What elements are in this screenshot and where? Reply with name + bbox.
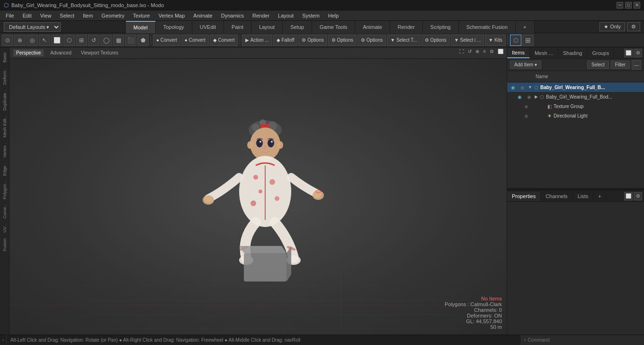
viewport-tab-advanced[interactable]: Advanced [47, 49, 74, 56]
tab-paint[interactable]: Paint [224, 21, 251, 33]
options-button-2[interactable]: ⚙ Options [328, 35, 357, 46]
menu-file[interactable]: File [2, 12, 18, 19]
tab-layout[interactable]: Layout [251, 21, 283, 33]
tab-schematic-fusion[interactable]: Schematic Fusion [459, 21, 516, 33]
item-expand-child1[interactable]: ▶ [535, 94, 538, 99]
viewport-fit-icon[interactable]: ⛶ [458, 48, 465, 54]
menu-geometry[interactable]: Geometry [98, 12, 128, 19]
prop-tab-channels[interactable]: Channels [541, 191, 572, 201]
select-i-button[interactable]: ▼ Select i ... [451, 35, 484, 46]
item-expand-root[interactable]: ▼ [528, 85, 532, 90]
falloff-button[interactable]: ◆ Falloff [273, 35, 298, 46]
menu-render[interactable]: Render [249, 12, 273, 19]
action-button[interactable]: ▶ Action ... [242, 35, 272, 46]
sidebar-curve[interactable]: Curve . [1, 202, 8, 221]
viewport-refresh-icon[interactable]: ↺ [466, 48, 473, 54]
prop-tab-properties[interactable]: Properties [507, 191, 541, 201]
panel-tab-items[interactable]: Items [507, 48, 530, 58]
minimize-button[interactable]: ─ [617, 2, 623, 9]
sidebar-mesh-edit[interactable]: Mesh Edit . [1, 113, 8, 140]
sidebar-duplicate[interactable]: Duplicate . [1, 88, 8, 114]
toolbar-icon-11[interactable]: ⬛ [125, 35, 136, 46]
prop-expand-btn[interactable]: ⬜ [624, 192, 633, 200]
window-controls[interactable]: ─ □ ✕ [617, 2, 640, 9]
menu-animate[interactable]: Animate [189, 12, 216, 19]
toolbar-icon-7[interactable]: ⊞ [76, 35, 87, 46]
toolbar-icon-9[interactable]: ◯ [100, 35, 112, 46]
panel-tab-shading[interactable]: Shading [558, 48, 587, 58]
maximize-button[interactable]: □ [625, 2, 632, 9]
item-eye-root[interactable]: ◉ [509, 83, 517, 91]
toolbar-icon-1[interactable]: ⊙ [2, 35, 13, 46]
tab-add[interactable]: + [516, 21, 534, 33]
menu-layout[interactable]: Layout [274, 12, 297, 19]
toolbar-icon-4[interactable]: ↖ [39, 35, 50, 46]
tab-setup[interactable]: Setup [283, 21, 312, 33]
tab-game-tools[interactable]: Game Tools [312, 21, 356, 33]
tab-render[interactable]: Render [390, 21, 423, 33]
sidebar-fusion[interactable]: Fusion [1, 236, 8, 254]
menu-item[interactable]: Item [79, 12, 97, 19]
item-row-root[interactable]: ◉ ◉ ▼ ⬡ Baby_Girl_Wearing_Full_B... [507, 82, 644, 92]
toolbar-grid-icon[interactable]: ⊞ [522, 35, 534, 46]
item-eye-child1[interactable]: ◉ [516, 93, 523, 100]
kits-button[interactable]: ▼ Kits [485, 35, 505, 46]
toolbar-icon-12[interactable]: ⬟ [137, 35, 149, 46]
toolbar-icon-6[interactable]: ⬡ [63, 35, 75, 46]
viewport-settings-icon[interactable]: ⚙ [488, 48, 495, 54]
sidebar-uv[interactable]: UV . [1, 221, 8, 236]
cmd-expand-left[interactable]: › [0, 335, 7, 345]
tab-topology[interactable]: Topology [156, 21, 192, 33]
toolbar-hexagon-icon[interactable]: ⬡ [510, 35, 521, 46]
settings-button[interactable]: ⚙ [627, 22, 640, 31]
panel-expand-btn[interactable]: ⬜ [624, 49, 633, 57]
tab-model[interactable]: Model [126, 21, 156, 33]
viewport[interactable]: No Items Polygons : Catmull-Clark Channe… [9, 59, 507, 335]
select-t-button[interactable]: ▼ Select T... [387, 35, 420, 46]
sidebar-vertex[interactable]: Vertex . [1, 140, 8, 161]
item-row-child3[interactable]: ◉ ▶ ☀ Directional Light [507, 111, 644, 120]
items-more-btn[interactable]: — [632, 60, 641, 70]
tab-scripting[interactable]: Scripting [423, 21, 459, 33]
menu-edit[interactable]: Edit [19, 12, 36, 19]
panel-settings-btn[interactable]: ⚙ [634, 49, 642, 57]
item-lock-root[interactable]: ◉ [519, 83, 526, 91]
sidebar-polygon[interactable]: Polygon . [1, 179, 8, 202]
menu-system[interactable]: System [298, 12, 323, 19]
convert-button-3[interactable]: ◆ Convert [210, 35, 238, 46]
panel-tab-groups[interactable]: Groups [587, 48, 614, 58]
add-item-button[interactable]: Add Item ▾ [510, 61, 541, 69]
select-button[interactable]: Select [587, 61, 609, 69]
toolbar-icon-10[interactable]: ▦ [113, 35, 124, 46]
viewport-tab-perspective[interactable]: Perspective [13, 49, 44, 56]
menu-select[interactable]: Select [56, 12, 78, 19]
convert-button-1[interactable]: ● Convert [153, 35, 180, 46]
menu-dynamics[interactable]: Dynamics [217, 12, 248, 19]
options-button-3[interactable]: ⚙ Options [358, 35, 386, 46]
toolbar-icon-8[interactable]: ↺ [88, 35, 99, 46]
item-row-child1[interactable]: ◉ ◉ ▶ ⬡ Baby_Girl_Wearing_Full_Bod... [507, 92, 644, 101]
viewport-more-icon[interactable]: ≡ [482, 48, 487, 54]
menu-texture[interactable]: Texture [129, 12, 154, 19]
filter-button[interactable]: Filter [611, 61, 630, 69]
toolbar-icon-2[interactable]: ⊕ [14, 35, 26, 46]
prop-settings-btn[interactable]: ⚙ [634, 192, 642, 200]
sidebar-basic[interactable]: Basic [1, 49, 8, 65]
layout-dropdown[interactable]: Default Layouts ▾ [4, 22, 61, 32]
tab-animate[interactable]: Animate [355, 21, 390, 33]
item-eye-child3[interactable]: ◉ [522, 112, 530, 119]
sidebar-edge[interactable]: Edge . [1, 161, 8, 179]
command-input[interactable] [528, 337, 641, 343]
only-button[interactable]: ★ Only [599, 22, 625, 31]
prop-tab-lists[interactable]: Lists [573, 191, 594, 201]
options-button-4[interactable]: ⚙ Options [421, 35, 450, 46]
tab-uvedit[interactable]: UVEdit [192, 21, 224, 33]
viewport-tab-textures[interactable]: Viewport Textures [78, 49, 121, 56]
viewport-expand-icon[interactable]: ⬜ [496, 48, 505, 54]
convert-button-2[interactable]: ● Convert [181, 35, 209, 46]
toolbar-icon-5[interactable]: ⬜ [51, 35, 63, 46]
panel-tab-mesh[interactable]: Mesh ... [530, 48, 558, 58]
menu-vertex-map[interactable]: Vertex Map [155, 12, 189, 19]
menu-view[interactable]: View [36, 12, 55, 19]
close-button[interactable]: ✕ [634, 2, 640, 9]
